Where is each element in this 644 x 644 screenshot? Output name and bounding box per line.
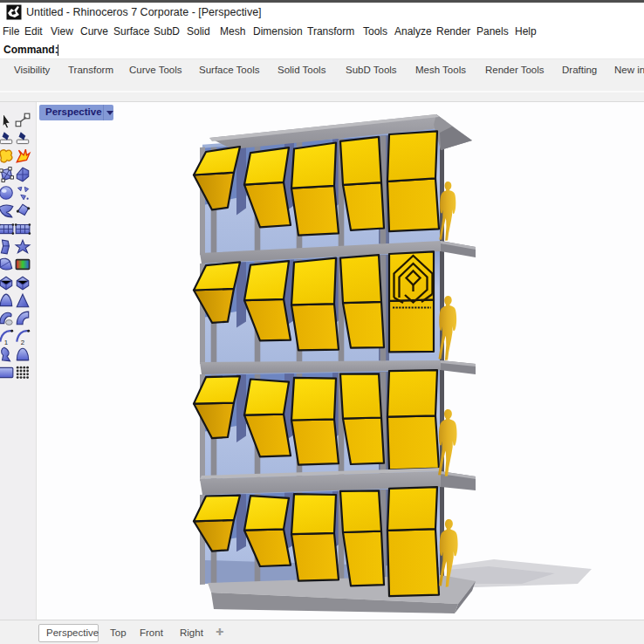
svg-text:1: 1: [4, 339, 8, 346]
svg-text:2: 2: [21, 339, 24, 346]
